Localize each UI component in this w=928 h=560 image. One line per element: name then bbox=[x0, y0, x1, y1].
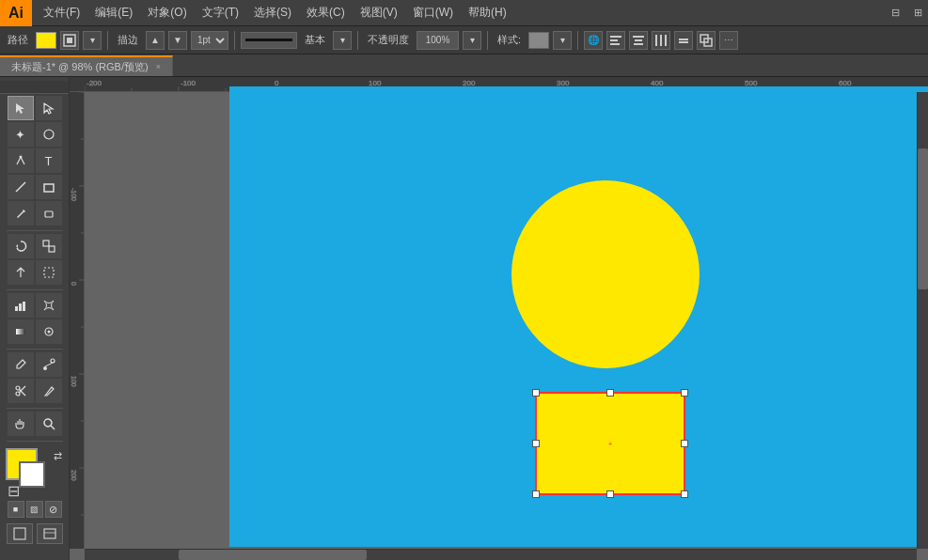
align-left-icon[interactable] bbox=[606, 31, 625, 50]
menu-object[interactable]: 对象(O) bbox=[140, 0, 194, 25]
tool-row-5 bbox=[0, 201, 69, 226]
stroke-style-display bbox=[241, 32, 297, 49]
menu-window[interactable]: 窗口(W) bbox=[405, 0, 461, 25]
handle-middle-right[interactable] bbox=[681, 440, 688, 447]
hscroll-thumb[interactable] bbox=[179, 550, 367, 560]
eraser-tool-btn[interactable] bbox=[36, 201, 62, 226]
rectangle-tool-btn[interactable] bbox=[36, 175, 62, 199]
distribute-icon[interactable] bbox=[652, 31, 670, 50]
main-area: ✦ T bbox=[0, 77, 928, 560]
menu-view[interactable]: 视图(V) bbox=[353, 0, 405, 25]
tool-row-8 bbox=[0, 293, 69, 318]
vertical-scrollbar[interactable] bbox=[917, 92, 928, 549]
pen-tool-btn[interactable] bbox=[8, 148, 34, 173]
svg-rect-2 bbox=[610, 36, 621, 38]
svg-rect-24 bbox=[16, 329, 25, 334]
globe-icon[interactable]: 🌐 bbox=[584, 31, 603, 50]
scale-tool-btn[interactable] bbox=[36, 234, 62, 258]
zoom-tool-btn[interactable] bbox=[36, 412, 62, 436]
handle-top-right[interactable] bbox=[681, 389, 688, 397]
svg-rect-4 bbox=[610, 43, 620, 45]
handle-top-middle[interactable] bbox=[606, 389, 614, 397]
yellow-circle[interactable] bbox=[511, 180, 700, 368]
svg-rect-12 bbox=[679, 41, 688, 43]
arrange-icon[interactable]: ⊟ bbox=[885, 3, 905, 23]
menu-effect[interactable]: 效果(C) bbox=[299, 0, 353, 25]
color-swatch-area: ⊟ ⇄ bbox=[6, 448, 64, 495]
arrow-icon[interactable]: ▾ bbox=[83, 31, 102, 50]
expand-icon[interactable]: ⋯ bbox=[719, 31, 738, 50]
stroke-style-arrow[interactable]: ▾ bbox=[333, 31, 352, 50]
gradient-mode-btn[interactable]: ▨ bbox=[26, 501, 43, 518]
magic-wand-tool-btn[interactable]: ✦ bbox=[8, 122, 34, 147]
menu-edit[interactable]: 编辑(E) bbox=[87, 0, 140, 25]
graph-tool-btn[interactable] bbox=[8, 293, 34, 318]
opacity-arrow[interactable]: ▾ bbox=[463, 31, 481, 50]
knife-tool-btn[interactable] bbox=[36, 379, 62, 403]
tool-sep-2 bbox=[7, 289, 63, 290]
rotate-tool-btn[interactable] bbox=[8, 234, 34, 258]
horizontal-scrollbar[interactable] bbox=[85, 549, 917, 560]
stroke-up-icon[interactable]: ▲ bbox=[146, 31, 165, 50]
svg-point-28 bbox=[51, 359, 55, 363]
default-colors-icon[interactable]: ⊟ bbox=[8, 482, 20, 500]
stroke-color-swatch[interactable] bbox=[19, 461, 45, 488]
color-fill-mode-btn[interactable]: ■ bbox=[8, 501, 24, 518]
opacity-input[interactable] bbox=[417, 31, 459, 50]
eyedropper-tool-btn[interactable] bbox=[8, 352, 34, 377]
handle-top-left[interactable] bbox=[532, 389, 540, 397]
vscroll-thumb[interactable] bbox=[918, 148, 928, 289]
scissors-tool-btn[interactable] bbox=[8, 379, 34, 403]
tool-row-1 bbox=[0, 96, 69, 120]
canvas-area[interactable]: -200 -100 0 100 200 300 400 500 bbox=[70, 77, 928, 560]
tab-close-button[interactable]: × bbox=[156, 62, 161, 71]
path-label: 路径 bbox=[4, 33, 32, 47]
mesh-tool-btn[interactable] bbox=[36, 293, 62, 318]
menu-file[interactable]: 文件(F) bbox=[36, 0, 87, 25]
hand-tool-btn[interactable] bbox=[8, 412, 34, 436]
handle-bottom-middle[interactable] bbox=[606, 490, 614, 498]
transform-icon[interactable] bbox=[697, 31, 716, 50]
more-align-icon[interactable] bbox=[674, 31, 693, 50]
artboard: + bbox=[229, 86, 928, 547]
workspace-icon[interactable]: ⊞ bbox=[907, 3, 928, 23]
style-arrow[interactable]: ▾ bbox=[553, 31, 572, 50]
stroke-down-icon[interactable]: ▼ bbox=[168, 31, 187, 50]
pencil-tool-btn[interactable] bbox=[8, 201, 34, 226]
svg-rect-11 bbox=[679, 39, 688, 40]
free-transform-tool-btn[interactable] bbox=[36, 260, 62, 285]
sep2 bbox=[234, 31, 235, 50]
menu-items: 文件(F) 编辑(E) 对象(O) 文字(T) 选择(S) 效果(C) 视图(V… bbox=[32, 0, 514, 25]
menu-text[interactable]: 文字(T) bbox=[195, 0, 246, 25]
menu-help[interactable]: 帮助(H) bbox=[461, 0, 514, 25]
tab-main[interactable]: 未标题-1* @ 98% (RGB/预览) × bbox=[0, 55, 173, 76]
type-tool-btn[interactable]: T bbox=[36, 148, 62, 173]
align-center-icon[interactable] bbox=[629, 31, 648, 50]
gradient-tool-btn[interactable] bbox=[8, 319, 34, 344]
direct-selection-tool-btn[interactable] bbox=[36, 96, 62, 120]
handle-middle-left[interactable] bbox=[532, 440, 540, 447]
stroke-weight-select[interactable]: 1pt2pt3pt bbox=[191, 31, 228, 50]
top-right-icons: ⊟ ⊞ bbox=[885, 3, 928, 23]
tool-row-11 bbox=[0, 379, 69, 403]
yellow-rectangle[interactable]: + bbox=[535, 392, 685, 495]
sep3 bbox=[357, 31, 358, 50]
swap-colors-icon[interactable]: ⇄ bbox=[54, 450, 62, 462]
blend-tool-btn[interactable] bbox=[36, 352, 62, 377]
toggle-extras-btn[interactable] bbox=[37, 523, 63, 544]
change-screen-mode-btn[interactable] bbox=[7, 523, 33, 544]
line-tool-btn[interactable] bbox=[8, 175, 34, 199]
selection-tool-btn[interactable] bbox=[8, 96, 34, 120]
live-paint-tool-btn[interactable] bbox=[36, 319, 62, 344]
menu-select[interactable]: 选择(S) bbox=[246, 0, 299, 25]
svg-point-26 bbox=[47, 331, 50, 334]
handle-bottom-left[interactable] bbox=[532, 490, 540, 498]
stroke-mode-icon[interactable] bbox=[60, 31, 79, 50]
no-fill-mode-btn[interactable]: ⊘ bbox=[45, 501, 62, 518]
toolbar-fill-color[interactable] bbox=[36, 32, 56, 49]
lasso-tool-btn[interactable] bbox=[36, 122, 62, 147]
puppet-warp-tool-btn[interactable] bbox=[8, 260, 34, 285]
tool-row-2: ✦ bbox=[0, 122, 69, 147]
handle-bottom-right[interactable] bbox=[681, 490, 688, 498]
svg-text:200: 200 bbox=[71, 470, 77, 481]
